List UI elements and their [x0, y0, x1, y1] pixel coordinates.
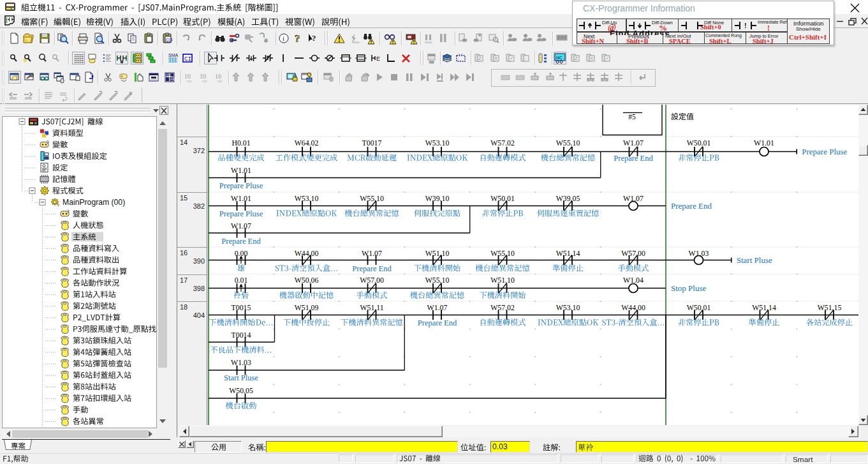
svg-text:W57.00: W57.00: [360, 276, 384, 285]
svg-text:W1.07: W1.07: [623, 138, 644, 147]
svg-text:Prepare End: Prepare End: [352, 264, 392, 273]
svg-text:W1.03: W1.03: [231, 358, 251, 367]
svg-text:#5: #5: [628, 113, 636, 121]
svg-text:W39.10: W39.10: [425, 194, 450, 203]
svg-text:H0.01: H0.01: [232, 138, 250, 147]
svg-text:W1.01: W1.01: [231, 166, 251, 175]
svg-text:W57.02: W57.02: [490, 138, 515, 147]
svg-text:0.00: 0.00: [235, 249, 248, 258]
svg-text:W1.07: W1.07: [362, 249, 382, 258]
svg-text:✓: ✓: [510, 56, 514, 61]
svg-text:W1.07: W1.07: [231, 221, 251, 230]
svg-text:W1.01: W1.01: [231, 194, 251, 203]
svg-text:Prepare Pluse: Prepare Pluse: [219, 209, 263, 218]
svg-text:Start Pluse: Start Pluse: [224, 373, 258, 382]
svg-text:?: ?: [312, 33, 316, 43]
svg-text:rorun: rorun: [352, 40, 360, 44]
svg-text:W51.14: W51.14: [752, 303, 776, 312]
svg-text:W53.10: W53.10: [295, 194, 319, 203]
svg-text:SMA: SMA: [168, 53, 179, 57]
svg-text:✓: ✓: [605, 56, 610, 61]
svg-text:Stop Pluse: Stop Pluse: [671, 283, 706, 293]
svg-text:MainProgram (00): MainProgram (00): [63, 198, 125, 207]
svg-text:Prepare End: Prepare End: [418, 318, 457, 327]
svg-text:W39.05: W39.05: [556, 194, 580, 203]
svg-text:W1.01: W1.01: [754, 138, 774, 147]
svg-text:X: X: [590, 56, 594, 61]
svg-text:W53.10: W53.10: [556, 303, 580, 312]
svg-text:HC: HC: [556, 55, 563, 61]
svg-text:W57.00: W57.00: [621, 249, 645, 258]
svg-text:i: i: [283, 34, 284, 42]
svg-text:0.01: 0.01: [235, 276, 248, 285]
svg-text:W50.01: W50.01: [490, 194, 515, 203]
svg-text:W1.07: W1.07: [427, 303, 448, 312]
svg-text:Z: Z: [478, 56, 482, 61]
svg-text:W51.15: W51.15: [818, 303, 842, 312]
svg-text:W55.10: W55.10: [490, 249, 515, 258]
svg-text:W55.10: W55.10: [425, 276, 450, 285]
svg-text:W44.00: W44.00: [621, 303, 645, 312]
svg-text:001: 001: [166, 74, 172, 77]
svg-text:CI: CI: [184, 56, 191, 63]
svg-text:-: -: [524, 56, 526, 61]
svg-text:W51.10: W51.10: [425, 249, 450, 258]
svg-text:CO: CO: [166, 38, 173, 42]
svg-text:X: X: [494, 56, 498, 61]
svg-text:002: 002: [170, 78, 175, 81]
svg-text:Prepare End: Prepare End: [671, 201, 712, 211]
svg-text:W51.11: W51.11: [360, 303, 383, 312]
svg-text:W57.02: W57.02: [490, 303, 515, 312]
svg-text:W50.06: W50.06: [295, 276, 319, 285]
svg-text:Prepare End: Prepare End: [614, 154, 653, 163]
svg-text:W50.01: W50.01: [687, 138, 711, 147]
svg-text:run: run: [187, 79, 191, 83]
svg-text:Prepare End: Prepare End: [221, 237, 261, 246]
svg-text:W51.10: W51.10: [490, 276, 515, 285]
svg-text:W55.10: W55.10: [360, 194, 384, 203]
svg-text:W50.01: W50.01: [687, 303, 711, 312]
svg-text:rorun: rorun: [425, 40, 432, 44]
svg-text:W64.02: W64.02: [295, 138, 319, 147]
svg-text:Prepare Pluse: Prepare Pluse: [219, 181, 263, 190]
svg-text:W44.00: W44.00: [295, 249, 319, 258]
svg-text:Prepare Pluse: Prepare Pluse: [802, 147, 847, 156]
svg-text:W51.09: W51.09: [295, 303, 319, 312]
svg-text:run: run: [202, 79, 207, 83]
svg-text:Start Pluse: Start Pluse: [737, 255, 772, 265]
svg-text:B: B: [265, 38, 268, 43]
svg-text:T0017: T0017: [362, 138, 382, 147]
svg-text:T0014: T0014: [232, 331, 251, 340]
svg-text:Z: Z: [575, 56, 578, 61]
svg-text:run: run: [217, 79, 222, 83]
svg-text:E: E: [376, 56, 380, 62]
svg-text:W50.05: W50.05: [229, 386, 253, 395]
svg-text:?: ?: [295, 33, 300, 45]
svg-text:T0015: T0015: [232, 303, 251, 312]
svg-text:run: run: [429, 60, 434, 64]
svg-text:W51.14: W51.14: [556, 249, 580, 258]
svg-text:W55.10: W55.10: [556, 138, 580, 147]
svg-text:W53.10: W53.10: [425, 138, 450, 147]
